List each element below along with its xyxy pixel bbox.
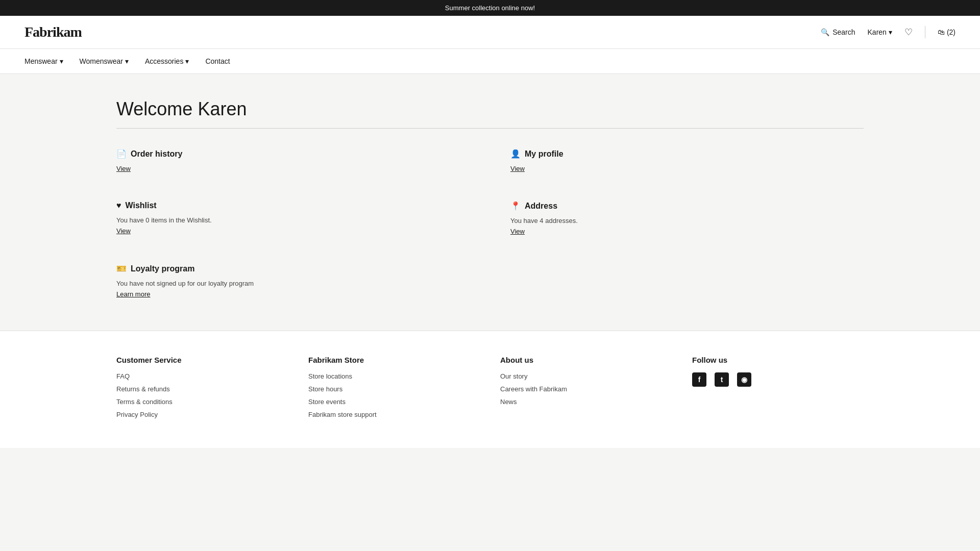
facebook-icon[interactable]: f	[692, 372, 706, 387]
my-profile-section: 👤 My profile View	[510, 149, 864, 172]
footer-link-terms[interactable]: Terms & conditions	[116, 398, 288, 406]
footer-link-store-hours[interactable]: Store hours	[308, 385, 480, 393]
address-view-link[interactable]: View	[510, 228, 864, 235]
cart-count: (2)	[947, 28, 955, 36]
my-profile-label: My profile	[525, 149, 564, 159]
footer-customer-service-title: Customer Service	[116, 356, 288, 364]
order-history-section: 📄 Order history View	[116, 149, 470, 172]
footer-social: Follow us f t ◉	[692, 356, 864, 423]
footer-link-careers[interactable]: Careers with Fabrikam	[500, 385, 672, 393]
cart-button[interactable]: 🛍 (2)	[938, 28, 955, 36]
nav-womenswear-label: Womenswear	[80, 57, 123, 65]
wishlist-description: You have 0 items in the Wishlist.	[116, 216, 470, 224]
footer-grid: Customer Service FAQ Returns & refunds T…	[116, 356, 864, 423]
footer-link-privacy[interactable]: Privacy Policy	[116, 411, 288, 418]
address-description: You have 4 addresses.	[510, 217, 864, 224]
footer-link-store-support[interactable]: Fabrikam store support	[308, 411, 480, 418]
loyalty-section: 🎫 Loyalty program You have not signed up…	[116, 264, 470, 298]
my-profile-title: 👤 My profile	[510, 149, 864, 159]
address-title: 📍 Address	[510, 201, 864, 211]
footer-link-store-events[interactable]: Store events	[308, 398, 480, 406]
loyalty-learn-more-link[interactable]: Learn more	[116, 290, 470, 298]
heart-icon: ♡	[904, 27, 913, 37]
search-icon: 🔍	[821, 28, 829, 36]
nav-accessories[interactable]: Accessories ▾	[145, 49, 189, 73]
chevron-down-icon: ▾	[889, 28, 892, 36]
wishlist-icon: ♥	[116, 201, 121, 210]
footer-about: About us Our story Careers with Fabrikam…	[500, 356, 672, 423]
main-content: Welcome Karen 📄 Order history View 👤 My …	[0, 74, 980, 331]
wishlist-view-link[interactable]: View	[116, 227, 470, 235]
footer-link-our-story[interactable]: Our story	[500, 372, 672, 380]
account-sections: 📄 Order history View 👤 My profile View ♥…	[116, 149, 864, 306]
wishlist-label: Wishlist	[126, 201, 157, 210]
title-divider	[116, 128, 864, 129]
header-divider	[925, 26, 925, 38]
nav-accessories-label: Accessories	[145, 57, 183, 65]
address-icon: 📍	[510, 201, 521, 211]
nav-contact-label: Contact	[205, 57, 230, 65]
footer-customer-service: Customer Service FAQ Returns & refunds T…	[116, 356, 288, 423]
order-history-label: Order history	[131, 149, 182, 159]
header: Fabrikam 🔍 Search Karen ▾ ♡ 🛍 (2)	[0, 16, 980, 49]
header-actions: 🔍 Search Karen ▾ ♡ 🛍 (2)	[821, 26, 955, 38]
loyalty-icon: 🎫	[116, 264, 127, 273]
cart-icon: 🛍	[938, 28, 945, 36]
footer: Customer Service FAQ Returns & refunds T…	[0, 331, 980, 448]
profile-icon: 👤	[510, 149, 521, 159]
banner-text: Summer collection online now!	[445, 4, 535, 12]
footer-social-title: Follow us	[692, 356, 864, 364]
order-history-view-link[interactable]: View	[116, 165, 470, 172]
chevron-down-icon: ▾	[60, 57, 63, 65]
search-label: Search	[832, 28, 855, 36]
footer-store: Fabrikam Store Store locations Store hou…	[308, 356, 480, 423]
address-section: 📍 Address You have 4 addresses. View	[510, 201, 864, 235]
wishlist-button[interactable]: ♡	[904, 27, 913, 38]
wishlist-title: ♥ Wishlist	[116, 201, 470, 210]
loyalty-title: 🎫 Loyalty program	[116, 264, 470, 273]
order-history-title: 📄 Order history	[116, 149, 470, 159]
nav-womenswear[interactable]: Womenswear ▾	[80, 49, 129, 73]
nav-menswear-label: Menswear	[24, 57, 58, 65]
footer-link-news[interactable]: News	[500, 398, 672, 406]
my-profile-view-link[interactable]: View	[510, 165, 864, 172]
footer-link-faq[interactable]: FAQ	[116, 372, 288, 380]
loyalty-label: Loyalty program	[131, 264, 194, 273]
logo[interactable]: Fabrikam	[24, 24, 82, 40]
footer-link-store-locations[interactable]: Store locations	[308, 372, 480, 380]
search-button[interactable]: 🔍 Search	[821, 28, 855, 36]
loyalty-description: You have not signed up for our loyalty p…	[116, 280, 470, 287]
instagram-icon[interactable]: ◉	[737, 372, 751, 387]
user-label: Karen	[868, 28, 887, 36]
user-menu-button[interactable]: Karen ▾	[868, 28, 892, 36]
footer-about-title: About us	[500, 356, 672, 364]
nav-contact[interactable]: Contact	[205, 49, 230, 73]
footer-link-returns[interactable]: Returns & refunds	[116, 385, 288, 393]
address-label: Address	[525, 202, 557, 211]
footer-store-title: Fabrikam Store	[308, 356, 480, 364]
social-icons: f t ◉	[692, 372, 864, 387]
chevron-down-icon: ▾	[185, 57, 189, 65]
order-history-icon: 📄	[116, 149, 127, 159]
top-banner: Summer collection online now!	[0, 0, 980, 16]
twitter-icon[interactable]: t	[715, 372, 729, 387]
welcome-title: Welcome Karen	[116, 98, 864, 120]
wishlist-section: ♥ Wishlist You have 0 items in the Wishl…	[116, 201, 470, 235]
nav-menswear[interactable]: Menswear ▾	[24, 49, 63, 73]
main-nav: Menswear ▾ Womenswear ▾ Accessories ▾ Co…	[0, 49, 980, 74]
chevron-down-icon: ▾	[125, 57, 129, 65]
